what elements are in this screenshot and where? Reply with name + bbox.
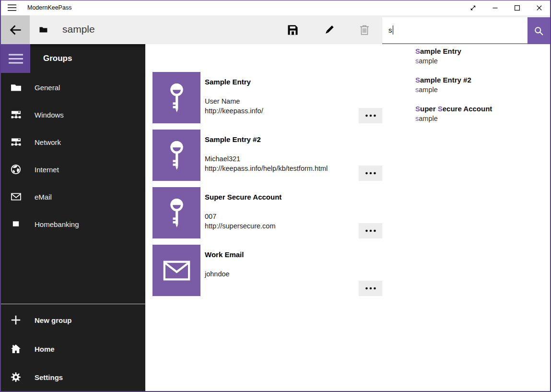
- ellipsis-icon: [365, 229, 376, 232]
- sidebar-item-label: New group: [35, 316, 72, 324]
- back-button[interactable]: [1, 15, 30, 44]
- suggestion-entry-title: Sample Entry: [415, 47, 461, 55]
- key-icon: [166, 141, 188, 170]
- envelope-icon: [9, 192, 23, 201]
- app-title: ModernKeePass: [27, 0, 71, 15]
- trash-icon: [360, 24, 369, 35]
- app-window: ModernKeePass sample: [0, 0, 551, 392]
- close-icon: [537, 5, 542, 11]
- entry-more-button[interactable]: [359, 223, 382, 238]
- ellipsis-icon: [365, 172, 376, 175]
- gear-icon: [9, 372, 23, 382]
- minimize-icon: [492, 5, 498, 11]
- suggestion-group-name: sample: [415, 115, 438, 122]
- suggestion-entry-title: Sample Entry #2: [415, 76, 471, 84]
- app-command-bar: sample s: [1, 15, 550, 44]
- delete-button[interactable]: [353, 15, 376, 44]
- sidebar-item-home[interactable]: Home: [1, 335, 145, 363]
- network-icon: [9, 110, 23, 119]
- pencil-icon: [324, 25, 334, 35]
- entry-tile[interactable]: [152, 130, 200, 181]
- entry-title: Sample Entry #2: [205, 135, 261, 143]
- entry-tile[interactable]: [152, 187, 200, 238]
- sidebar-item-email[interactable]: eMail: [1, 183, 145, 210]
- entry-row-super-secure-account[interactable]: Super Secure Account 007 http://supersec…: [152, 187, 384, 238]
- hamburger-icon: [9, 54, 23, 64]
- suggestion-group-name: sample: [415, 57, 438, 65]
- entry-row-work-email[interactable]: Work Email johndoe: [152, 245, 384, 296]
- menu-button[interactable]: [1, 44, 30, 73]
- sidebar-item-label: Network: [35, 138, 61, 146]
- groups-header: Groups: [43, 44, 72, 73]
- entry-row-sample-entry-2[interactable]: Sample Entry #2 Michael321 http://keepas…: [152, 130, 384, 181]
- sidebar-item-label: Homebanking: [35, 220, 79, 228]
- square-icon: [9, 219, 23, 228]
- sidebar-item-label: Internet: [35, 165, 59, 173]
- search-suggestion-item[interactable]: Sample Entry sample: [382, 44, 550, 73]
- sidebar-item-new-group[interactable]: New group: [1, 306, 145, 334]
- sidebar-item-label: Home: [35, 345, 55, 353]
- enter-full-screen-button[interactable]: [462, 0, 484, 15]
- sidebar-separator: [1, 304, 145, 304]
- home-icon: [9, 344, 23, 354]
- titlebar: ModernKeePass: [1, 0, 550, 15]
- close-button[interactable]: [528, 0, 550, 15]
- entry-tile[interactable]: [152, 245, 200, 296]
- suggestion-entry-title: Super Secure Account: [415, 105, 492, 113]
- save-icon: [288, 25, 298, 35]
- folder-icon: [9, 83, 23, 92]
- ellipsis-icon: [365, 287, 376, 290]
- entry-row-sample-entry[interactable]: Sample Entry User Name http://keepass.in…: [152, 72, 384, 123]
- sidebar-item-internet[interactable]: Internet: [1, 155, 145, 183]
- entry-more-button[interactable]: [359, 166, 382, 181]
- text-caret: [393, 25, 393, 35]
- minimize-button[interactable]: [484, 0, 506, 15]
- entry-url: http://keepass.info/help/kb/testform.htm…: [205, 165, 328, 172]
- entry-tile[interactable]: [152, 72, 200, 123]
- search-suggestions: Sample Entry sample Sample Entry #2 samp…: [382, 44, 550, 132]
- entry-more-button[interactable]: [359, 281, 382, 296]
- entry-username: Michael321: [205, 155, 240, 163]
- maximize-icon: [515, 5, 520, 11]
- edit-button[interactable]: [317, 15, 340, 44]
- entry-title: Work Email: [205, 250, 244, 259]
- key-icon: [166, 198, 188, 228]
- network-icon: [9, 137, 23, 146]
- maximize-button[interactable]: [506, 0, 528, 15]
- sidebar-item-label: Settings: [35, 373, 63, 381]
- sidebar-item-label: General: [35, 83, 60, 91]
- sidebar-item-homebanking[interactable]: Homebanking: [1, 210, 145, 238]
- sidebar-item-network[interactable]: Network: [1, 128, 145, 155]
- envelope-tile-icon: [163, 260, 190, 281]
- search-value: s: [388, 17, 393, 43]
- search-suggestion-item[interactable]: Sample Entry #2 sample: [382, 73, 550, 102]
- group-folder-icon: [39, 26, 47, 33]
- entry-more-button[interactable]: [359, 108, 382, 123]
- back-arrow-icon: [10, 25, 22, 35]
- hamburger-icon[interactable]: [8, 4, 16, 11]
- fullscreen-icon: [469, 4, 477, 12]
- sidebar-item-label: Windows: [35, 110, 64, 119]
- entry-title: Sample Entry: [205, 78, 251, 86]
- suggestion-group-name: sample: [415, 86, 438, 94]
- globe-icon: [9, 164, 23, 175]
- window-controls: [462, 0, 550, 15]
- ellipsis-icon: [365, 114, 376, 117]
- sidebar: Groups General Windows Network Internet …: [1, 44, 145, 391]
- sidebar-item-settings[interactable]: Settings: [1, 363, 145, 391]
- entry-username: johndoe: [205, 270, 230, 278]
- entry-username: User Name: [205, 97, 240, 105]
- magnifier-icon: [534, 26, 543, 36]
- key-icon: [166, 83, 188, 113]
- current-group-title: sample: [62, 15, 95, 43]
- sidebar-item-windows[interactable]: Windows: [1, 101, 145, 128]
- search-suggestion-item[interactable]: Super Secure Account sample: [382, 102, 550, 131]
- plus-icon: [9, 315, 23, 325]
- search-input[interactable]: s: [382, 17, 528, 44]
- search-button[interactable]: [528, 17, 550, 44]
- sidebar-item-general[interactable]: General: [1, 73, 145, 101]
- entry-url: http://keepass.info/: [205, 107, 263, 115]
- entry-url: http://supersecure.com: [205, 222, 276, 230]
- entry-title: Super Secure Account: [205, 193, 281, 201]
- save-button[interactable]: [281, 15, 304, 44]
